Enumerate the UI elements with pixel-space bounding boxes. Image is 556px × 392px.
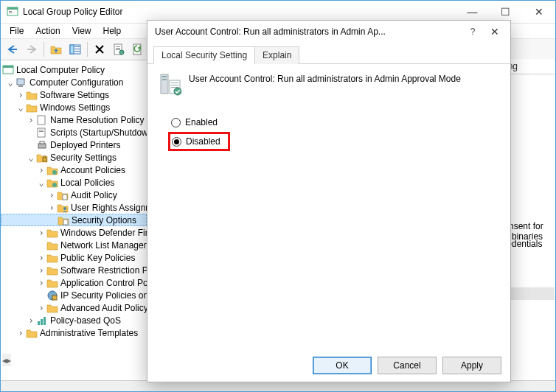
- policy-icon: [158, 73, 181, 97]
- menu-view[interactable]: View: [68, 24, 96, 38]
- tree-root[interactable]: Local Computer Policy: [1, 63, 147, 76]
- tab-local-security-setting[interactable]: Local Security Setting: [153, 46, 255, 64]
- radio-enabled[interactable]: [171, 118, 181, 127]
- tree-pane[interactable]: Local Computer Policy ⌄Computer Configur…: [1, 60, 147, 380]
- window-title: Local Group Policy Editor: [23, 7, 456, 17]
- radio-disabled[interactable]: [172, 137, 181, 147]
- tree-ap[interactable]: ›Account Policies: [1, 164, 147, 176]
- scroll-right-button[interactable]: ▸: [7, 354, 11, 366]
- svg-rect-34: [38, 321, 40, 325]
- svg-rect-36: [44, 317, 46, 325]
- svg-rect-26: [43, 158, 46, 161]
- tree-aap[interactable]: ›Advanced Audit Policy Configuration: [1, 301, 147, 314]
- menu-file[interactable]: File: [5, 24, 28, 38]
- radio-enabled-row[interactable]: Enabled: [171, 117, 500, 127]
- svg-rect-1: [7, 7, 18, 10]
- tree-scripts[interactable]: Scripts (Startup/Shutdown): [1, 126, 147, 139]
- svg-rect-23: [39, 131, 44, 132]
- svg-rect-41: [171, 83, 178, 83]
- svg-rect-35: [41, 319, 43, 325]
- back-button[interactable]: [4, 41, 21, 58]
- svg-rect-6: [74, 46, 80, 47]
- svg-rect-21: [38, 128, 45, 137]
- svg-rect-12: [116, 49, 120, 50]
- svg-rect-25: [40, 141, 44, 144]
- properties-button[interactable]: [110, 41, 128, 58]
- svg-rect-29: [63, 195, 67, 200]
- tree-dp[interactable]: Deployed Printers: [1, 139, 147, 151]
- tree-pkp[interactable]: ›Public Key Policies: [1, 251, 147, 264]
- svg-rect-17: [3, 66, 13, 68]
- menu-help[interactable]: Help: [99, 24, 126, 38]
- svg-point-27: [52, 170, 57, 175]
- svg-rect-11: [116, 48, 120, 49]
- tree-ws[interactable]: ⌄Windows Settings: [1, 101, 147, 113]
- tab-explain[interactable]: Explain: [254, 46, 299, 64]
- menu-action[interactable]: Action: [31, 24, 64, 38]
- highlight-box: Disabled: [168, 132, 230, 151]
- svg-rect-10: [116, 46, 120, 47]
- ok-button[interactable]: OK: [313, 357, 372, 374]
- tree-ss[interactable]: ›Software Settings: [1, 88, 147, 101]
- svg-rect-2: [9, 11, 12, 12]
- tree-acp[interactable]: ›Application Control Policies: [1, 276, 147, 289]
- tree-ura[interactable]: ›User Rights Assignment: [1, 201, 147, 214]
- policy-name: User Account Control: Run all administra…: [189, 73, 461, 85]
- tree-qos[interactable]: ›Policy-based QoS: [1, 314, 147, 326]
- dialog-title: User Account Control: Run all administra…: [155, 27, 462, 37]
- svg-point-28: [52, 183, 57, 187]
- tree-ipsec[interactable]: IP Security Policies on Local Computer: [1, 289, 147, 301]
- svg-rect-22: [39, 130, 44, 130]
- svg-rect-38: [162, 76, 167, 77]
- svg-rect-7: [74, 49, 80, 49]
- up-button[interactable]: [47, 41, 65, 58]
- properties-dialog: User Account Control: Run all administra…: [147, 20, 511, 382]
- tree-at[interactable]: ›Administrative Templates: [1, 326, 147, 339]
- app-icon: [7, 6, 18, 18]
- svg-rect-8: [74, 51, 80, 52]
- svg-rect-31: [63, 220, 68, 225]
- tree-secopt[interactable]: Security Options: [1, 214, 147, 226]
- dialog-titlebar[interactable]: User Account Control: Run all administra…: [147, 21, 510, 43]
- tree-nlm[interactable]: Network List Manager: [1, 239, 147, 251]
- radio-enabled-label: Enabled: [185, 117, 218, 127]
- dialog-close-button[interactable]: ✕: [484, 26, 506, 38]
- delete-button[interactable]: [91, 41, 108, 58]
- tree-srp[interactable]: ›Software Restriction Policies: [1, 264, 147, 276]
- tree-audit[interactable]: ›Audit Policy: [1, 189, 147, 201]
- tree-sec[interactable]: ⌄Security Settings: [1, 151, 147, 164]
- forward-button[interactable]: [23, 41, 41, 58]
- svg-rect-18: [17, 79, 24, 85]
- tree-nrp[interactable]: ›Name Resolution Policy: [1, 113, 147, 126]
- svg-rect-39: [162, 79, 167, 80]
- tree-cc[interactable]: ⌄Computer Configuration: [1, 76, 147, 88]
- refresh-button[interactable]: [129, 41, 147, 58]
- svg-rect-5: [70, 45, 74, 54]
- svg-rect-42: [171, 85, 178, 85]
- svg-rect-20: [38, 116, 45, 125]
- radio-disabled-label: Disabled: [186, 136, 220, 147]
- svg-point-13: [119, 50, 124, 55]
- apply-button[interactable]: Apply: [442, 357, 501, 374]
- tree-lp[interactable]: ⌄Local Policies: [1, 176, 147, 189]
- svg-point-30: [63, 207, 66, 210]
- svg-rect-24: [38, 144, 46, 148]
- help-button[interactable]: ?: [462, 27, 484, 37]
- svg-rect-33: [52, 295, 57, 300]
- svg-rect-19: [18, 85, 23, 87]
- dialog-tabs: Local Security Setting Explain: [147, 43, 510, 64]
- svg-rect-3: [9, 13, 13, 13]
- close-button[interactable]: ✕: [522, 1, 555, 23]
- tree-wdf[interactable]: ›Windows Defender Firewall: [1, 226, 147, 239]
- show-hide-tree-button[interactable]: [66, 41, 84, 58]
- cancel-button[interactable]: Cancel: [378, 357, 437, 374]
